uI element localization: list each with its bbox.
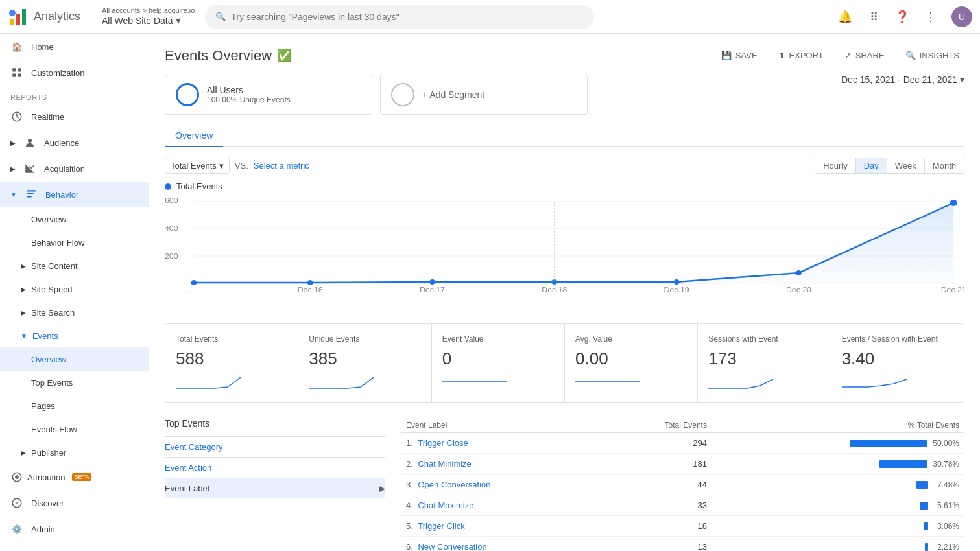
date-range-selector[interactable]: Dec 15, 2021 - Dec 21, 2021 ▾ [841, 75, 964, 85]
page-header: Events Overview ✅ 💾 SAVE ⬆ EXPORT ↗ SHAR… [165, 47, 964, 64]
svg-rect-1 [16, 14, 20, 25]
insights-icon: 🔍 [905, 51, 916, 60]
event-label-link[interactable]: Trigger Click [418, 521, 464, 531]
share-button[interactable]: ↗ SHARE [839, 47, 890, 64]
sidebar-sub-ev-overview[interactable]: Overview [0, 347, 149, 371]
sidebar-sub-events[interactable]: ▼ Events [0, 324, 149, 347]
metric-dropdown[interactable]: Total Events ▾ [165, 158, 230, 174]
behavior-icon [25, 188, 38, 201]
bottom-section: Top Events Event Category Event Action E… [165, 418, 964, 551]
segment-circle-icon [176, 83, 199, 106]
metric-label-sessions-event: Sessions with Event [708, 334, 820, 344]
row-num: 1. [406, 438, 416, 448]
search-bar[interactable]: 🔍 [205, 5, 594, 29]
search-input[interactable] [231, 12, 584, 22]
pct-bar [879, 460, 927, 468]
event-row-event-category[interactable]: Event Category [165, 436, 385, 457]
segment-card-add[interactable]: + Add Segment [380, 75, 588, 115]
segment-card-all-users[interactable]: All Users 100.00% Unique Events [165, 75, 372, 115]
event-label-cell: 3. Open Conversation [401, 475, 601, 495]
site-search-expand-icon: ▶ [21, 309, 26, 316]
insights-button[interactable]: 🔍 INSIGHTS [900, 47, 964, 64]
sparkline-sessions-event [708, 374, 773, 390]
save-icon: 💾 [721, 51, 732, 60]
sidebar-item-behavior[interactable]: ▼ Behavior [0, 182, 149, 207]
bar-container: 3.06% [717, 522, 959, 531]
sidebar-item-home[interactable]: 🏠 Home [0, 34, 149, 60]
sparkline-avg-value [575, 374, 640, 390]
avatar[interactable]: U [951, 6, 972, 27]
event-label-table: Event Label Total Events % Total Events … [401, 418, 964, 551]
verified-icon: ✅ [277, 49, 291, 63]
sidebar-item-realtime[interactable]: Realtime [0, 104, 149, 130]
sidebar-sub-site-speed[interactable]: ▶ Site Speed [0, 277, 149, 301]
sidebar-sub-ev-events-flow[interactable]: Events Flow [0, 417, 149, 441]
behavior-expand-icon: ▼ [10, 191, 17, 198]
sidebar-sub-publisher[interactable]: ▶ Publisher [0, 441, 149, 464]
svg-point-3 [9, 10, 16, 16]
legend-label-total-events: Total Events [176, 182, 222, 191]
sidebar-sub-behavior-flow[interactable]: Behavior Flow [0, 231, 149, 254]
tab-overview[interactable]: Overview [165, 125, 223, 147]
more-icon[interactable]: ⋮ [923, 9, 938, 25]
time-btn-day[interactable]: Day [855, 158, 887, 173]
svg-text:Dec 21: Dec 21 [941, 286, 966, 294]
svg-text:Dec 16: Dec 16 [298, 286, 323, 294]
event-pct-cell: 3.06% [712, 516, 964, 537]
sidebar-sub-ev-pages[interactable]: Pages [0, 394, 149, 417]
sidebar-item-discover[interactable]: Discover [0, 490, 149, 516]
event-row-event-action[interactable]: Event Action [165, 457, 385, 478]
time-btn-month[interactable]: Month [924, 158, 964, 173]
top-header: Analytics All accounts > help.acquire.io… [0, 0, 980, 34]
site-speed-expand-icon: ▶ [21, 286, 26, 293]
svg-point-17 [16, 502, 18, 504]
event-label-link[interactable]: New Conversation [418, 542, 486, 551]
audience-icon [23, 136, 36, 149]
time-btn-hourly[interactable]: Hourly [815, 158, 855, 173]
sidebar-sub-site-content[interactable]: ▶ Site Content [0, 254, 149, 277]
sidebar-item-audience[interactable]: ▶ Audience [0, 130, 149, 156]
sparkline-events-session [842, 374, 907, 390]
pct-label: 30.78% [933, 460, 959, 469]
reports-section-label: REPORTS [0, 86, 149, 104]
chart-svg: 600 400 200 [165, 196, 964, 294]
svg-point-9 [28, 139, 32, 143]
apps-icon[interactable]: ⠿ [866, 9, 881, 25]
event-label-link[interactable]: Trigger Close [418, 438, 468, 448]
logo-area: Analytics [8, 6, 80, 27]
export-button[interactable]: ⬆ EXPORT [773, 47, 829, 64]
metric-value-sessions-event: 173 [708, 349, 820, 369]
svg-text:Dec 17: Dec 17 [420, 286, 445, 294]
sidebar-item-admin[interactable]: ⚙️ Admin [0, 516, 149, 542]
page-title: Events Overview [165, 47, 272, 64]
event-row-event-label[interactable]: Event Label ▶ [165, 478, 385, 498]
sidebar-item-customization[interactable]: Customization [0, 60, 149, 86]
event-label-link[interactable]: Open Conversation [418, 480, 490, 489]
event-label-link[interactable]: Chat Minimize [418, 459, 471, 469]
sidebar-sub-site-search[interactable]: ▶ Site Search [0, 301, 149, 324]
event-label-link[interactable]: Chat Maximize [418, 500, 473, 510]
bar-container: 7.48% [717, 480, 959, 489]
metric-value-total-events: 588 [176, 349, 287, 369]
event-total-cell: 44 [601, 475, 712, 495]
help-icon[interactable]: ❓ [894, 9, 910, 25]
col-total-events: Total Events [601, 418, 712, 433]
breadcrumb-bottom[interactable]: All Web Site Data ▾ [102, 14, 195, 27]
breadcrumb-dropdown-icon[interactable]: ▾ [176, 14, 181, 27]
sparkline-unique-events [309, 374, 374, 390]
segment-bar: All Users 100.00% Unique Events + Add Se… [165, 75, 964, 115]
notifications-icon[interactable]: 🔔 [837, 9, 853, 25]
time-btn-week[interactable]: Week [887, 158, 924, 173]
sidebar-item-attribution[interactable]: Attribution BETA [0, 464, 149, 490]
sidebar-collapse-button[interactable]: ‹ [0, 542, 149, 551]
save-button[interactable]: 💾 SAVE [716, 47, 763, 64]
sidebar-item-acquisition[interactable]: ▶ Acquisition [0, 156, 149, 182]
metric-label-avg-value: Avg. Value [575, 334, 687, 344]
select-metric-link[interactable]: Select a metric [254, 161, 309, 170]
sidebar-sub-ev-top-events[interactable]: Top Events [0, 371, 149, 394]
event-table-row: 1. Trigger Close 294 50.00% [401, 433, 964, 454]
add-segment-label: + Add Segment [422, 89, 484, 100]
content-area: Events Overview ✅ 💾 SAVE ⬆ EXPORT ↗ SHAR… [149, 34, 980, 551]
svg-rect-2 [22, 9, 26, 25]
sidebar-sub-overview[interactable]: Overview [0, 207, 149, 231]
